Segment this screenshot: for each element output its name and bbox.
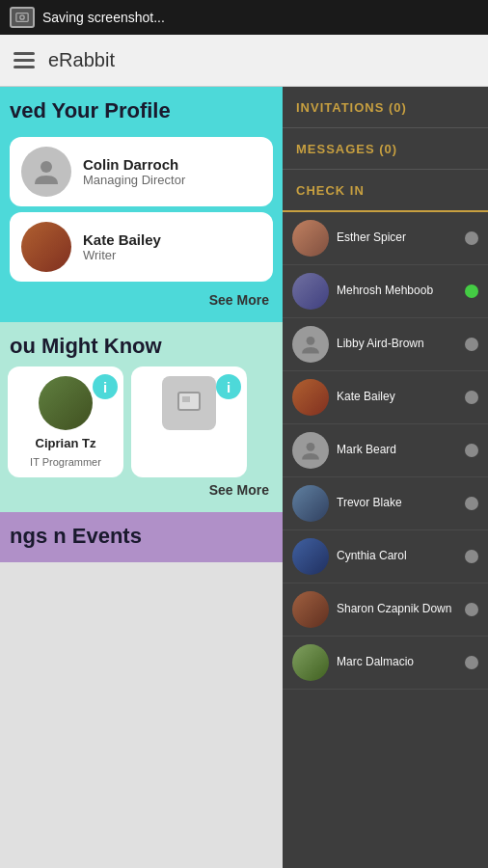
- avatar-placeholder: [162, 376, 216, 430]
- checkin-avatar-marc: [292, 644, 329, 681]
- see-more-might-know-link[interactable]: See More: [209, 482, 269, 498]
- status-dot-trevor: [465, 497, 478, 510]
- info-badge-ciprian[interactable]: i: [93, 374, 118, 399]
- screenshot-icon: [10, 7, 35, 28]
- checkin-avatar-trevor: [292, 485, 329, 522]
- status-dot-kate-r: [465, 391, 478, 404]
- info-badge-placeholder[interactable]: i: [216, 374, 241, 399]
- status-dot-cynthia: [465, 550, 478, 563]
- section-title-events: ngs n Events: [0, 524, 283, 556]
- checkin-avatar-libby: [292, 326, 329, 363]
- checkin-avatar-esther: [292, 220, 329, 257]
- person-name-ciprian: Ciprian Tz: [36, 436, 96, 450]
- checkin-item-esther[interactable]: Esther Spicer: [283, 212, 488, 265]
- see-more-viewed: See More: [0, 287, 283, 316]
- profile-name-colin: Colin Darroch: [83, 156, 185, 173]
- checkin-avatar-sharon: [292, 591, 329, 628]
- profile-info-colin: Colin Darroch Managing Director: [83, 156, 185, 187]
- checkin-item-cynthia[interactable]: Cynthia Carol: [283, 530, 488, 583]
- svg-point-6: [307, 443, 315, 451]
- left-panel: ved Your Profile Colin Darroch Managing …: [0, 87, 283, 868]
- section-viewed-profile: ved Your Profile Colin Darroch Managing …: [0, 87, 283, 322]
- status-dot-libby: [465, 338, 478, 351]
- tab-invitations[interactable]: INVITATIONS (0): [283, 87, 488, 128]
- checkin-avatar-kate-r: [292, 379, 329, 416]
- checkin-name-esther: Esther Spicer: [337, 231, 457, 246]
- svg-point-5: [307, 337, 315, 345]
- checkin-avatar-mehrosh: [292, 273, 329, 310]
- see-more-might-know: See More: [0, 477, 283, 506]
- main-layout: ved Your Profile Colin Darroch Managing …: [0, 87, 488, 868]
- tab-messages-label: MESSAGES (0): [296, 142, 397, 156]
- person-role-ciprian: IT Programmer: [30, 456, 101, 468]
- status-bar: Saving screenshot...: [0, 0, 488, 35]
- status-dot-mehrosh: [465, 285, 478, 298]
- profile-card-colin[interactable]: Colin Darroch Managing Director: [10, 137, 273, 206]
- checkin-item-mehrosh[interactable]: Mehrosh Mehboob: [283, 265, 488, 318]
- checkin-list: Esther Spicer Mehrosh Mehboob Libby Aird…: [283, 212, 488, 690]
- profile-role-colin: Managing Director: [83, 173, 185, 187]
- profile-role-kate: Writer: [83, 248, 161, 262]
- checkin-name-cynthia: Cynthia Carol: [337, 549, 457, 564]
- avatar-ciprian: [39, 376, 93, 430]
- section-title-viewed: ved Your Profile: [0, 98, 283, 131]
- svg-rect-0: [16, 14, 28, 22]
- checkin-avatar-cynthia: [292, 538, 329, 575]
- avatar-colin: [21, 147, 71, 197]
- checkin-avatar-mark: [292, 432, 329, 469]
- status-dot-marc: [465, 656, 478, 669]
- tab-invitations-label: INVITATIONS (0): [296, 100, 407, 115]
- status-dot-mark: [465, 444, 478, 457]
- person-card-ciprian[interactable]: i Ciprian Tz IT Programmer: [8, 366, 123, 477]
- status-dot-esther: [465, 231, 478, 245]
- checkin-item-mark[interactable]: Mark Beard: [283, 424, 488, 477]
- avatar-kate: [21, 222, 71, 272]
- section-title-might-know: ou Might Know: [0, 334, 283, 366]
- checkin-name-libby: Libby Aird-Brown: [337, 337, 457, 352]
- right-panel: INVITATIONS (0) MESSAGES (0) CHECK IN Es…: [283, 87, 488, 868]
- app-title: eRabbit: [48, 49, 115, 71]
- checkin-item-sharon[interactable]: Sharon Czapnik Down: [283, 583, 488, 637]
- checkin-name-marc: Marc Dalmacio: [337, 655, 457, 670]
- person-card-placeholder[interactable]: i: [131, 366, 247, 477]
- checkin-name-mark: Mark Beard: [337, 443, 457, 458]
- hamburger-menu[interactable]: [14, 52, 35, 68]
- svg-point-2: [41, 161, 52, 173]
- checkin-item-marc[interactable]: Marc Dalmacio: [283, 637, 488, 690]
- tab-messages[interactable]: MESSAGES (0): [283, 128, 488, 170]
- checkin-name-sharon: Sharon Czapnik Down: [337, 602, 457, 617]
- app-header: eRabbit: [0, 35, 488, 87]
- section-might-know: ou Might Know i Ciprian Tz IT Programmer…: [0, 322, 283, 512]
- see-more-viewed-link[interactable]: See More: [209, 292, 269, 308]
- section-events: ngs n Events: [0, 512, 283, 562]
- tab-checkin[interactable]: CHECK IN: [283, 170, 488, 212]
- checkin-name-kate-r: Kate Bailey: [337, 390, 457, 405]
- checkin-item-kate-r[interactable]: Kate Bailey: [283, 371, 488, 424]
- status-dot-sharon: [465, 603, 478, 616]
- svg-point-1: [20, 15, 24, 19]
- profile-card-kate[interactable]: Kate Bailey Writer: [10, 212, 273, 282]
- checkin-name-trevor: Trevor Blake: [337, 496, 457, 511]
- might-know-cards: i Ciprian Tz IT Programmer i: [0, 366, 283, 477]
- tab-checkin-label: CHECK IN: [296, 183, 365, 198]
- svg-rect-4: [182, 396, 190, 402]
- profile-name-kate: Kate Bailey: [83, 231, 161, 248]
- status-bar-text: Saving screenshot...: [42, 10, 165, 25]
- checkin-name-mehrosh: Mehrosh Mehboob: [337, 284, 457, 299]
- checkin-item-libby[interactable]: Libby Aird-Brown: [283, 318, 488, 371]
- checkin-item-trevor[interactable]: Trevor Blake: [283, 477, 488, 530]
- profile-info-kate: Kate Bailey Writer: [83, 231, 161, 262]
